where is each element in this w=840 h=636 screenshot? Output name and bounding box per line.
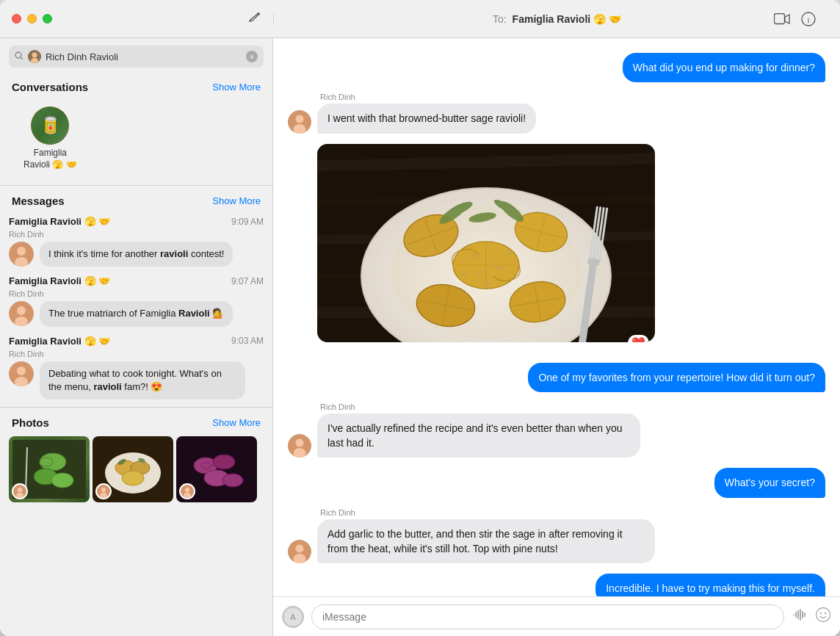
search-contact-avatar: [28, 50, 41, 63]
svg-point-3: [15, 52, 21, 58]
photos-section-header: Photos Show More: [0, 411, 272, 433]
bubble-wrap: What did you end up making for dinner?: [623, 53, 825, 82]
header-actions: i: [774, 11, 828, 27]
emoji-button[interactable]: [815, 607, 831, 626]
message-sender: Famiglia Ravioli 🫣 🤝: [9, 216, 110, 227]
svg-point-87: [391, 206, 582, 339]
outgoing-bubble: What did you end up making for dinner?: [623, 53, 825, 82]
input-avatar: A: [282, 606, 304, 628]
chat-messages: What did you end up making for dinner?: [273, 38, 840, 596]
incoming-bubble: I went with that browned-butter sage rav…: [317, 104, 536, 133]
incoming-bubble: Add garlic to the butter, and then stir …: [317, 519, 655, 564]
chat-image-row: ❤️: [288, 144, 825, 342]
chat-sender-avatar: [288, 110, 311, 134]
svg-point-23: [18, 488, 23, 493]
photos-show-more[interactable]: Show More: [212, 417, 261, 428]
svg-line-4: [21, 57, 23, 59]
outgoing-bubble: Incredible. I have to try making this fo…: [595, 574, 825, 596]
msg-bubble-text: I think it's time for another ravioli co…: [40, 242, 233, 267]
bubble-text: One of my favorites from your repertoire…: [538, 372, 815, 383]
bubble-text: I've actually refined the recipe and it'…: [327, 422, 622, 449]
msg-avatar: [9, 361, 34, 386]
chat-recipient-header: To: Famiglia Ravioli 🫣 🤝: [493, 13, 621, 25]
divider-2: [0, 407, 272, 408]
svg-point-6: [32, 53, 37, 58]
svg-point-39: [222, 474, 243, 487]
bubble-wrap: What's your secret?: [714, 468, 825, 497]
chat-message-row: What did you end up making for dinner?: [288, 53, 825, 82]
message-sender: Famiglia Ravioli 🫣 🤝: [9, 275, 110, 286]
compose-icon[interactable]: [248, 11, 261, 26]
photo-thumb[interactable]: [9, 436, 90, 502]
svg-point-37: [213, 455, 235, 469]
message-item[interactable]: Famiglia Ravioli 🫣 🤝 9:03 AM Rich Dinh: [0, 331, 272, 404]
video-call-button[interactable]: [774, 11, 790, 27]
bubble-text: Incredible. I have to try making this fo…: [606, 582, 815, 594]
chat-message-row: One of my favorites from your repertoire…: [288, 363, 825, 392]
message-row: I think it's time for another ravioli co…: [9, 242, 264, 267]
info-button[interactable]: i: [800, 11, 817, 27]
message-row: Debating what to cook tonight. What's on…: [9, 361, 264, 400]
bubble-wrap: One of my favorites from your repertoire…: [528, 363, 825, 392]
traffic-lights: [0, 14, 64, 24]
imessage-input[interactable]: [311, 604, 784, 629]
message-time: 9:07 AM: [231, 276, 264, 286]
close-button[interactable]: [12, 14, 21, 24]
message-item[interactable]: Famiglia Ravioli 🫣 🤝 9:07 AM Rich Dinh: [0, 271, 272, 330]
chat-message-row: Rich Dinh Add garlic to the butter, and …: [288, 508, 825, 564]
svg-point-102: [817, 608, 830, 622]
bubble-text: I went with that browned-butter sage rav…: [327, 112, 526, 124]
svg-point-34: [100, 493, 107, 499]
messages-title: Messages: [12, 195, 65, 207]
sender-name: Rich Dinh: [317, 93, 536, 101]
message-sub: Rich Dinh: [9, 350, 264, 358]
photo-thumb[interactable]: [93, 436, 173, 502]
bubble-wrap: Incredible. I have to try making this fo…: [595, 574, 825, 596]
svg-point-15: [17, 366, 26, 375]
incoming-bubble: I've actually refined the recipe and it'…: [317, 413, 640, 458]
svg-point-103: [820, 612, 822, 614]
divider-1: [0, 185, 272, 186]
message-time: 9:09 AM: [231, 217, 264, 227]
maximize-button[interactable]: [43, 14, 52, 24]
message-item[interactable]: Famiglia Ravioli 🫣 🤝 9:09 AM Rich Dinh: [0, 212, 272, 271]
svg-point-89: [296, 439, 304, 447]
search-icon: [15, 51, 23, 62]
msg-avatar: [9, 242, 34, 267]
search-clear-button[interactable]: ×: [246, 51, 258, 62]
messages-show-more[interactable]: Show More: [212, 195, 261, 206]
chat-image: ❤️: [317, 144, 655, 342]
minimize-button[interactable]: [27, 14, 37, 24]
photo-thumb[interactable]: [176, 436, 257, 502]
photo-avatar: [179, 483, 195, 499]
conversation-famiglia-ravioli[interactable]: 🥫 FamigliaRavioli 🫣 🤝: [12, 101, 89, 176]
photos-grid: [0, 433, 272, 505]
svg-point-92: [296, 545, 304, 553]
msg-bubble-text: The true matriarch of Famiglia Ravioli 💁: [40, 301, 233, 326]
svg-text:A: A: [290, 612, 296, 621]
bubble-wrap: Rich Dinh I went with that browned-butte…: [317, 93, 536, 133]
titlebar: To: Famiglia Ravioli 🫣 🤝 i: [0, 0, 840, 38]
search-bar[interactable]: Rich Dinh Ravioli ×: [9, 46, 264, 68]
svg-point-9: [17, 247, 26, 256]
recipient-name: Famiglia Ravioli 🫣 🤝: [513, 13, 621, 25]
svg-point-33: [101, 488, 106, 493]
svg-point-44: [296, 115, 304, 123]
message-meta: Famiglia Ravioli 🫣 🤝 9:03 AM: [9, 336, 264, 347]
svg-point-104: [825, 612, 826, 614]
chat-message-row: Incredible. I have to try making this fo…: [288, 574, 825, 596]
conversations-section-header: Conversations Show More: [0, 75, 272, 98]
svg-point-24: [16, 493, 23, 499]
audio-waveform-icon[interactable]: [792, 607, 808, 626]
photo-avatar: [95, 483, 112, 499]
svg-rect-0: [775, 13, 785, 24]
bubble-wrap: Rich Dinh I've actually refined the reci…: [317, 402, 640, 458]
main-content: Rich Dinh Ravioli × Conversations Show M…: [0, 38, 840, 636]
chat-message-row: What's your secret?: [288, 468, 825, 497]
conversations-show-more[interactable]: Show More: [212, 82, 261, 93]
chat-sender-avatar: [288, 540, 311, 563]
message-meta: Famiglia Ravioli 🫣 🤝 9:07 AM: [9, 275, 264, 286]
message-meta: Famiglia Ravioli 🫣 🤝 9:09 AM: [9, 216, 264, 227]
search-header: Rich Dinh Ravioli ×: [0, 38, 272, 75]
svg-point-41: [185, 488, 190, 493]
